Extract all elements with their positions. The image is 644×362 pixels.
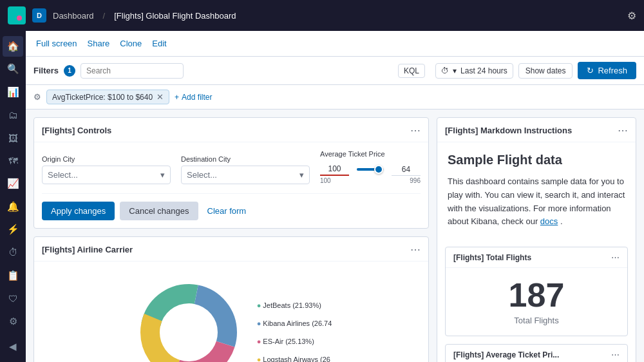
- airline-panel-title: [Flights] Airline Carrier: [42, 245, 133, 254]
- filter-chip-text: AvgTicketPrice: $100 to $640: [52, 93, 153, 102]
- filter-chip-remove[interactable]: ✕: [156, 92, 164, 102]
- add-filter-button[interactable]: + Add filter: [175, 93, 212, 102]
- nav-badge: D: [32, 8, 46, 23]
- secondary-navigation: Full screen Share Clone Edit: [26, 31, 644, 57]
- share-link[interactable]: Share: [88, 39, 110, 48]
- price-range-labels: 100 996: [320, 177, 421, 184]
- markdown-panel-header: [Flights] Markdown Instructions ⋯: [437, 118, 636, 142]
- price-range-label: Average Ticket Price: [320, 150, 421, 158]
- sidebar-ml[interactable]: 📈: [3, 173, 23, 194]
- controls-body: Origin City Select... ▾ Destination City…: [34, 142, 428, 228]
- fullscreen-link[interactable]: Full screen: [36, 39, 77, 48]
- clear-form-button[interactable]: Clear form: [204, 202, 251, 220]
- controls-fields: Origin City Select... ▾ Destination City…: [42, 150, 421, 184]
- time-icon: ⏱: [441, 66, 449, 75]
- airline-panel-header: [Flights] Airline Carrier ⋯: [34, 237, 428, 262]
- airline-panel-menu[interactable]: ⋯: [410, 243, 421, 256]
- show-dates-button[interactable]: Show dates: [518, 63, 573, 79]
- refresh-button[interactable]: ↻ Refresh: [578, 62, 636, 79]
- total-flights-sub-panel: [Flights] Total Flights ⋯ 187 Total Flig…: [445, 247, 628, 336]
- refresh-icon: ↻: [587, 66, 594, 75]
- sidebar-management[interactable]: ⚙: [3, 311, 23, 332]
- nav-breadcrumb2: [Flights] Global Flight Dashboard: [114, 11, 236, 21]
- kql-button[interactable]: KQL: [398, 64, 425, 78]
- sidebar-home[interactable]: 🏠: [3, 36, 23, 57]
- filter-search-input[interactable]: [80, 63, 184, 79]
- settings-icon[interactable]: ⚙: [627, 10, 636, 22]
- price-min-input[interactable]: [320, 163, 349, 176]
- sidebar-maps[interactable]: 🗺: [3, 151, 23, 171]
- origin-city-placeholder: Select...: [48, 170, 78, 180]
- total-flights-menu[interactable]: ⋯: [611, 252, 620, 262]
- main-content: Full screen Share Clone Edit Filters 1 K…: [26, 31, 644, 362]
- sidebar-security[interactable]: 🛡: [3, 288, 23, 309]
- dest-city-field: Destination City Select... ▾: [181, 155, 310, 184]
- price-max-input[interactable]: [392, 164, 421, 176]
- dest-city-select[interactable]: Select... ▾: [181, 166, 310, 184]
- avg-price-menu[interactable]: ⋯: [611, 350, 620, 359]
- controls-panel-header: [Flights] Controls ⋯: [34, 118, 428, 142]
- markdown-panel-title: [Flights] Markdown Instructions: [445, 126, 572, 135]
- markdown-heading: Sample Flight data: [448, 153, 625, 167]
- nav-breadcrumb1: Dashboard: [53, 11, 94, 21]
- origin-city-label: Origin City: [42, 155, 171, 163]
- markdown-body: Sample Flight data This dashboard contai…: [437, 142, 636, 239]
- avg-price-title: [Flights] Average Ticket Pri...: [453, 350, 559, 359]
- total-flights-label: Total Flights: [456, 316, 617, 325]
- controls-panel: [Flights] Controls ⋯ Origin City Select.…: [33, 117, 429, 229]
- time-text: Last 24 hours: [460, 66, 507, 75]
- sidebar-uptime[interactable]: ⏱: [3, 242, 23, 263]
- airline-chart-area: ● JetBeats (21.93%) ● Kibana Airlines (2…: [34, 262, 428, 362]
- sidebar-apm[interactable]: ⚡: [3, 220, 23, 240]
- controls-panel-menu[interactable]: ⋯: [410, 124, 421, 137]
- svg-point-0: [17, 15, 22, 21]
- sidebar-discover[interactable]: 🔍: [3, 59, 23, 80]
- sidebar-alerting[interactable]: 🔔: [3, 196, 23, 217]
- kibana-logo: [8, 6, 26, 24]
- sidebar-visualize[interactable]: 📊: [3, 82, 23, 102]
- avg-price-sub-panel: [Flights] Average Ticket Pri... ⋯ $361.4…: [445, 344, 628, 362]
- time-filter[interactable]: ⏱ ▾ Last 24 hours: [435, 63, 513, 79]
- cancel-changes-button[interactable]: Cancel changes: [120, 202, 198, 220]
- sidebar-collapse[interactable]: ◀: [3, 337, 23, 357]
- label-logstash: ● Logstash Airways (26: [257, 356, 332, 362]
- total-flights-body: 187 Total Flights: [446, 268, 627, 336]
- price-min-label: 100: [320, 177, 331, 184]
- filters-label: Filters: [33, 66, 59, 75]
- add-filter-icon: +: [175, 93, 179, 102]
- price-slider-container: [320, 163, 421, 176]
- price-range-field: Average Ticket Price 100: [320, 150, 421, 184]
- donut-labels: ● JetBeats (21.93%) ● Kibana Airlines (2…: [257, 301, 332, 362]
- markdown-text: This dashboard contains sample data for …: [448, 175, 625, 229]
- filter-bar: Filters 1 KQL ⏱ ▾ Last 24 hours Show dat…: [26, 57, 644, 85]
- sidebar-canvas[interactable]: 🖼: [3, 128, 23, 148]
- edit-link[interactable]: Edit: [152, 39, 166, 48]
- active-filters-bar: ⚙ AvgTicketPrice: $100 to $640 ✕ + Add f…: [26, 85, 644, 110]
- dashboard-grid: [Flights] Controls ⋯ Origin City Select.…: [26, 110, 644, 362]
- origin-city-select[interactable]: Select... ▾: [42, 166, 171, 184]
- dest-city-label: Destination City: [181, 155, 310, 163]
- price-slider-thumb[interactable]: [374, 165, 383, 174]
- label-kibana: ● Kibana Airlines (26.74: [257, 319, 332, 327]
- controls-panel-title: [Flights] Controls: [42, 126, 111, 135]
- clone-link[interactable]: Clone: [120, 39, 142, 48]
- dest-city-placeholder: Select...: [187, 170, 217, 180]
- docs-link[interactable]: docs: [540, 216, 558, 226]
- filter-count-badge: 1: [64, 65, 75, 77]
- donut-chart: [131, 274, 247, 362]
- add-filter-label: Add filter: [182, 93, 212, 102]
- airline-chart-container: ● JetBeats (21.93%) ● Kibana Airlines (2…: [131, 274, 332, 362]
- sidebar-logs[interactable]: 📋: [3, 265, 23, 286]
- origin-city-field: Origin City Select... ▾: [42, 155, 171, 184]
- time-dropdown-icon: ▾: [453, 66, 457, 75]
- price-slider-track[interactable]: [357, 168, 384, 171]
- active-filter-chip: AvgTicketPrice: $100 to $640 ✕: [46, 90, 169, 104]
- filter-gear-icon[interactable]: ⚙: [33, 92, 41, 102]
- markdown-panel-menu[interactable]: ⋯: [618, 124, 628, 137]
- dest-city-chevron: ▾: [299, 170, 304, 180]
- nav-separator: /: [103, 11, 106, 21]
- sidebar: 🏠 🔍 📊 🗂 🖼 🗺 📈 🔔 ⚡ ⏱ 📋 🛡 ⚙ ◀: [0, 31, 26, 362]
- label-jetbeats: ● JetBeats (21.93%): [257, 301, 332, 309]
- sidebar-dashboard[interactable]: 🗂: [3, 105, 23, 126]
- apply-changes-button[interactable]: Apply changes: [42, 202, 115, 220]
